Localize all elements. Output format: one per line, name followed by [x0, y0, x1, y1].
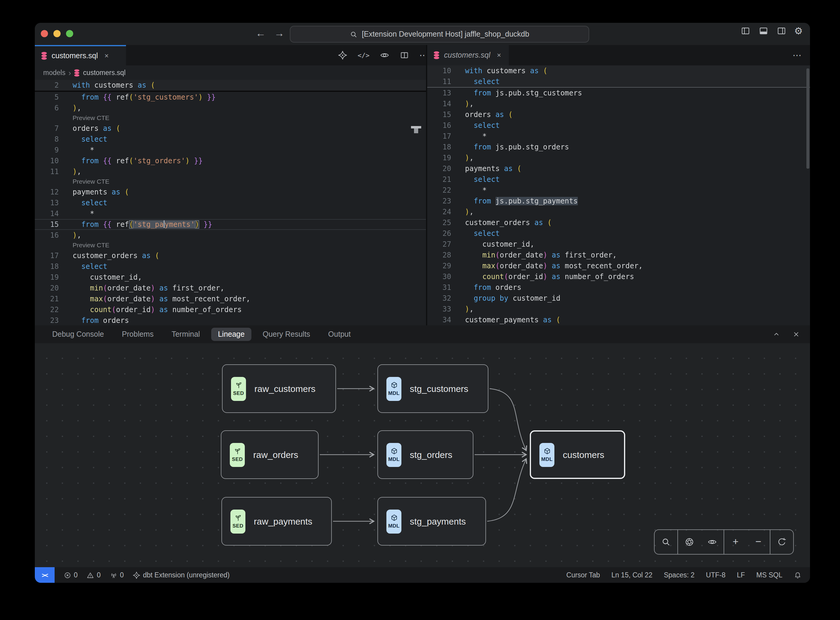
code-line[interactable]: 13 from js.pub.stg_customers	[427, 87, 810, 98]
toggle-sidebar-left-icon[interactable]	[740, 26, 750, 36]
zoom-in-button[interactable]: +	[724, 531, 747, 553]
code-line[interactable]: 16 select	[427, 120, 810, 131]
code-line[interactable]: 20payments as (	[427, 163, 810, 174]
status-utf-8[interactable]: UTF-8	[706, 571, 726, 579]
toggle-panel-icon[interactable]	[758, 26, 768, 36]
code-line[interactable]: 34customer_payments as (	[427, 315, 810, 325]
split-editor-icon[interactable]	[400, 50, 409, 60]
close-tab-icon[interactable]: ×	[104, 52, 108, 60]
gear-icon[interactable]: ⚙	[794, 26, 803, 36]
search-button[interactable]	[655, 531, 678, 553]
close-panel-icon[interactable]	[792, 330, 800, 339]
aperture-button[interactable]	[678, 531, 701, 553]
back-icon[interactable]: ←	[255, 26, 266, 41]
lineage-node-raw_customers[interactable]: SEDraw_customers	[222, 364, 336, 413]
code-line[interactable]: 27 customer_id,	[427, 239, 810, 250]
code-line[interactable]: 29 max(order_date) as most_recent_order,	[427, 260, 810, 271]
editor-right[interactable]: 10with customers as (11 select 13 from j…	[427, 65, 810, 325]
maximize-panel-icon[interactable]	[772, 330, 781, 339]
code-line[interactable]: 8 select	[35, 134, 426, 144]
status-ln-15-col-22[interactable]: Ln 15, Col 22	[612, 571, 652, 579]
status-error[interactable]: 0	[64, 571, 78, 579]
code-line[interactable]: 25customer_orders as (	[427, 217, 810, 228]
forward-icon[interactable]: →	[274, 26, 284, 41]
panel-tab-terminal[interactable]: Terminal	[165, 328, 207, 341]
codelens-preview-cte[interactable]: Preview CTE	[35, 113, 426, 123]
lineage-node-customers[interactable]: MDLcustomers	[530, 430, 625, 479]
code-line[interactable]: 20 min(order_date) as first_order,	[35, 283, 426, 293]
code-line[interactable]: 30 count(order_id) as number_of_orders	[427, 271, 810, 282]
code-line[interactable]: 15 from {{ ref('stg_payments') }}	[35, 219, 426, 230]
lineage-node-raw_orders[interactable]: SEDraw_orders	[221, 430, 319, 479]
lineage-node-stg_orders[interactable]: MDLstg_orders	[377, 430, 473, 479]
editor-left[interactable]: models › customers.sql 2with customers a…	[35, 65, 426, 325]
status-ports[interactable]: 0	[110, 571, 124, 579]
lineage-canvas[interactable]: +− SEDraw_customersMDLstg_customersSEDra…	[35, 343, 810, 567]
code-line[interactable]: 9 *	[35, 144, 426, 155]
code-line[interactable]: 22 *	[427, 185, 810, 196]
status-ms-sql[interactable]: MS SQL	[756, 571, 782, 579]
code-line[interactable]: 31 from orders	[427, 282, 810, 293]
scrollbar-thumb[interactable]	[806, 68, 809, 169]
code-line[interactable]: 10with customers as (	[427, 65, 810, 76]
code-line[interactable]: 16),	[35, 230, 426, 241]
status-dbt[interactable]: dbt Extension (unregistered)	[132, 571, 230, 579]
zoom-out-button[interactable]: −	[747, 531, 770, 553]
tab-customers-sql-right[interactable]: customers.sql ×	[427, 45, 509, 65]
code-line[interactable]: 21 select	[427, 174, 810, 185]
remote-indicator[interactable]: ><	[35, 567, 55, 583]
panel-tab-problems[interactable]: Problems	[115, 328, 160, 341]
code-line[interactable]: 21 max(order_date) as most_recent_order,	[35, 293, 426, 304]
code-line[interactable]: 11 select	[427, 76, 810, 87]
code-line[interactable]: 22 count(order_id) as number_of_orders	[35, 304, 426, 315]
code-line[interactable]: 10 from {{ ref('stg_orders') }}	[35, 155, 426, 166]
code-line[interactable]: 17 *	[427, 131, 810, 141]
code-line[interactable]: 15orders as (	[427, 109, 810, 120]
code-line[interactable]: 6),	[35, 102, 426, 113]
panel-tab-output[interactable]: Output	[322, 328, 357, 341]
eye-button[interactable]	[701, 531, 724, 553]
code-line[interactable]: 18 from js.pub.stg_orders	[427, 141, 810, 152]
code-line[interactable]: 14 *	[35, 208, 426, 219]
code-line[interactable]: 5 from {{ ref('stg_customers') }}	[35, 92, 426, 102]
lineage-node-stg_customers[interactable]: MDLstg_customers	[377, 364, 488, 413]
panel-tab-debug-console[interactable]: Debug Console	[46, 328, 110, 341]
close-window-button[interactable]	[41, 30, 48, 37]
zoom-window-button[interactable]	[66, 30, 73, 37]
status-lf[interactable]: LF	[737, 571, 745, 579]
lineage-node-raw_payments[interactable]: SEDraw_payments	[221, 497, 332, 546]
preview-eye-icon[interactable]	[380, 50, 389, 60]
code-line[interactable]: 13 select	[35, 197, 426, 208]
panel-tab-lineage[interactable]: Lineage	[211, 328, 251, 341]
bell-icon[interactable]	[794, 571, 802, 579]
code-line[interactable]: 12payments as (	[35, 187, 426, 197]
status-spaces-2[interactable]: Spaces: 2	[664, 571, 694, 579]
breadcrumb-folder[interactable]: models	[43, 69, 65, 76]
code-line[interactable]: 28 min(order_date) as first_order,	[427, 250, 810, 260]
panel-tab-query-results[interactable]: Query Results	[256, 328, 317, 341]
code-line[interactable]: 24),	[427, 206, 810, 217]
lineage-node-stg_payments[interactable]: MDLstg_payments	[377, 497, 486, 546]
code-line[interactable]: 7orders as (	[35, 123, 426, 134]
code-line[interactable]: 18 select	[35, 261, 426, 272]
minimize-window-button[interactable]	[53, 30, 61, 37]
code-line[interactable]: 19 customer_id,	[35, 272, 426, 283]
refresh-button[interactable]	[770, 531, 793, 553]
code-line[interactable]: 33),	[427, 304, 810, 315]
code-line[interactable]: 19),	[427, 152, 810, 163]
status-warning[interactable]: 0	[87, 571, 101, 579]
breadcrumb-file[interactable]: customers.sql	[83, 69, 126, 76]
codelens-preview-cte[interactable]: Preview CTE	[35, 177, 426, 187]
code-line[interactable]: 32 group by customer_id	[427, 293, 810, 304]
code-line[interactable]: 23 from orders	[35, 315, 426, 326]
compile-code-icon[interactable]: </>	[358, 51, 370, 59]
code-line[interactable]: 14),	[427, 98, 810, 109]
code-line[interactable]: 23 from js.pub.stg_payments	[427, 196, 810, 206]
tab-customers-sql-left[interactable]: customers.sql ×	[35, 45, 126, 65]
code-line[interactable]: 11),	[35, 166, 426, 177]
scrollbar-cursor-marker[interactable]	[411, 126, 421, 128]
close-tab-icon[interactable]: ×	[497, 51, 501, 59]
more-actions-icon[interactable]: ⋯	[793, 50, 802, 61]
dbt-run-icon[interactable]	[338, 50, 347, 60]
code-line[interactable]: 17customer_orders as (	[35, 250, 426, 261]
